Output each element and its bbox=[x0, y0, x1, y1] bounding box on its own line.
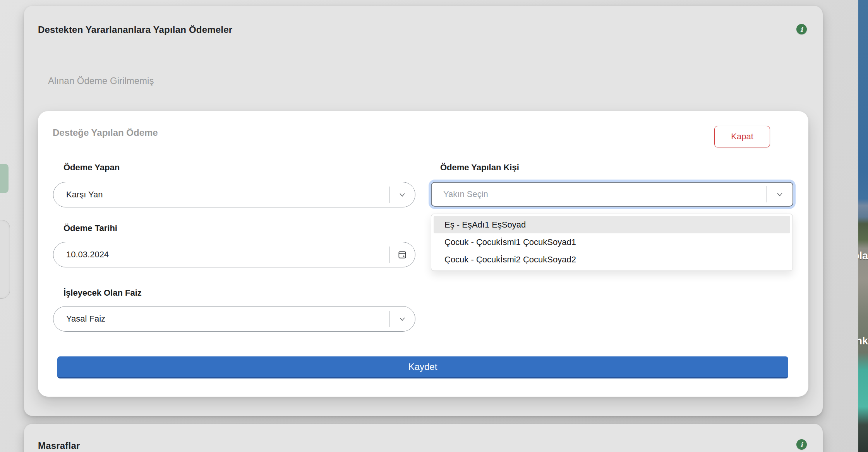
info-icon[interactable]: i bbox=[796, 439, 807, 450]
chevron-down-icon bbox=[775, 190, 784, 199]
app-window: Destekten Yararlananlara Yapılan Ödemele… bbox=[0, 0, 868, 452]
empty-payments-message: Alınan Ödeme Girilmemiş bbox=[48, 75, 154, 86]
payment-date-label: Ödeme Tarihi bbox=[63, 223, 117, 233]
interest-select-arrow-zone[interactable] bbox=[389, 311, 415, 327]
payment-date-input[interactable]: 10.03.2024 bbox=[53, 242, 415, 267]
chevron-down-icon bbox=[398, 314, 407, 324]
left-edge-fragment-outline-card bbox=[0, 220, 10, 299]
payee-combobox-placeholder: Yakın Seçin bbox=[432, 189, 488, 199]
interest-label: İşleyecek Olan Faiz bbox=[63, 288, 142, 298]
payment-date-value: 10.03.2024 bbox=[53, 250, 109, 260]
payee-combobox-arrow-zone[interactable] bbox=[767, 186, 793, 202]
payer-label: Ödeme Yapan bbox=[63, 163, 120, 173]
payments-section-title: Destekten Yararlananlara Yapılan Ödemele… bbox=[38, 24, 232, 35]
payee-option-2[interactable]: Çocuk - Çocukİsmi1 ÇocukSoyad1 bbox=[434, 233, 790, 251]
payee-dropdown: Eş - EşAdı1 EşSoyad Çocuk - Çocukİsmi1 Ç… bbox=[431, 214, 793, 271]
payee-option-1[interactable]: Eş - EşAdı1 EşSoyad bbox=[434, 216, 790, 233]
info-icon[interactable]: i bbox=[796, 24, 807, 34]
background-text-fragment: ınk bbox=[858, 335, 868, 347]
payment-form-card: Desteğe Yapılan Ödeme Kapat Ödeme Yapan … bbox=[38, 111, 808, 397]
expenses-section-title: Masraflar bbox=[38, 440, 80, 451]
payer-select-arrow-zone[interactable] bbox=[389, 187, 415, 203]
payer-select-value: Karşı Yan bbox=[53, 190, 103, 200]
payee-combobox[interactable]: Yakın Seçin bbox=[431, 182, 793, 207]
expenses-section-card: Masraflar i bbox=[24, 424, 823, 452]
background-photo-edge: bla ınk bbox=[858, 0, 868, 452]
interest-select-value: Yasal Faiz bbox=[53, 314, 105, 324]
payer-select[interactable]: Karşı Yan bbox=[53, 182, 415, 207]
payee-option-3[interactable]: Çocuk - Çocukİsmi2 ÇocukSoyad2 bbox=[434, 251, 790, 268]
interest-select[interactable]: Yasal Faiz bbox=[53, 306, 415, 332]
payment-form-title: Desteğe Yapılan Ödeme bbox=[53, 127, 158, 138]
background-text-fragment: bla bbox=[858, 250, 868, 262]
left-edge-fragment-green bbox=[0, 164, 9, 193]
chevron-down-icon bbox=[398, 190, 407, 199]
close-button[interactable]: Kapat bbox=[714, 126, 770, 147]
calendar-icon bbox=[397, 250, 407, 260]
payment-date-picker-zone[interactable] bbox=[389, 247, 415, 263]
save-button[interactable]: Kaydet bbox=[57, 356, 788, 378]
payee-label: Ödeme Yapılan Kişi bbox=[440, 163, 519, 173]
